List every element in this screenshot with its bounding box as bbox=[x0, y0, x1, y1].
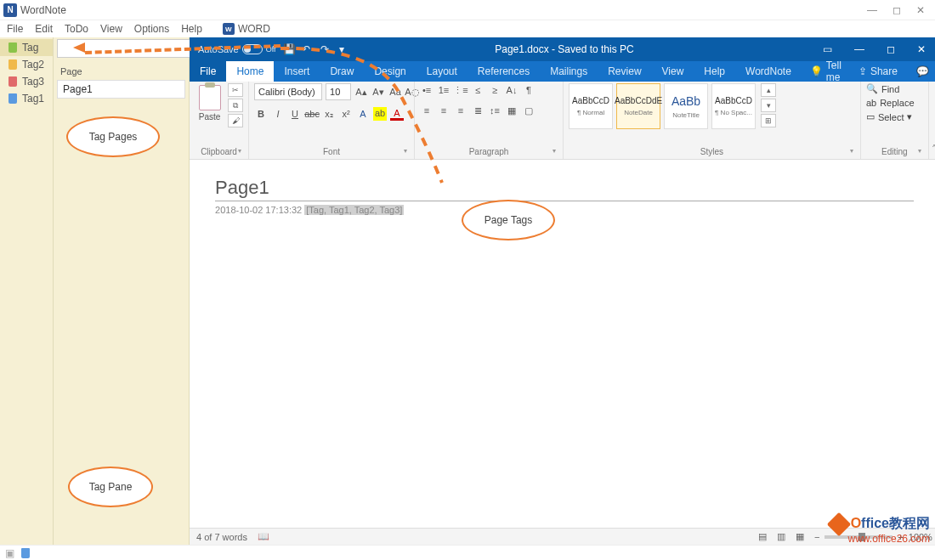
tag-item[interactable]: Tag1 bbox=[0, 90, 53, 107]
tag-icon bbox=[8, 42, 17, 53]
wordnote-logo-icon: N bbox=[3, 3, 17, 17]
doc-tags: [Tag, Tag1, Tag2, Tag3] bbox=[304, 205, 404, 215]
word-icon: W bbox=[223, 23, 235, 35]
watermark-url: www.office26.com bbox=[830, 533, 930, 545]
menu-edit[interactable]: Edit bbox=[35, 23, 53, 35]
callout-page-tags: Page Tags bbox=[462, 200, 555, 240]
dec-indent-icon[interactable]: ≤ bbox=[471, 83, 484, 97]
maximize-button[interactable]: ◻ bbox=[892, 4, 901, 16]
footer-collapse-icon[interactable]: ▣ bbox=[5, 547, 14, 559]
paste-label: Paste bbox=[195, 112, 224, 122]
tab-mailings[interactable]: Mailings bbox=[540, 61, 598, 82]
select-button[interactable]: ▭Select▾ bbox=[866, 111, 913, 122]
find-button[interactable]: 🔍Find bbox=[866, 83, 899, 94]
share-button[interactable]: ⇪ Share bbox=[850, 61, 906, 82]
borders-icon[interactable]: ▢ bbox=[522, 104, 536, 117]
comments-icon[interactable]: 💬 bbox=[906, 61, 935, 82]
word-indicator: W WORD bbox=[223, 23, 270, 35]
style-nospacing[interactable]: AaBbCcD ¶ No Spac... bbox=[711, 83, 756, 129]
styles-more-icon[interactable]: ⊞ bbox=[761, 114, 776, 127]
word-close-button[interactable]: ✕ bbox=[912, 42, 931, 57]
format-painter-icon[interactable]: 🖌 bbox=[228, 114, 243, 127]
line-spacing-icon[interactable]: ↕≡ bbox=[488, 104, 502, 117]
menu-file[interactable]: File bbox=[7, 23, 23, 35]
word-indicator-label: WORD bbox=[238, 23, 270, 35]
show-marks-icon[interactable]: ¶ bbox=[522, 83, 536, 97]
close-button[interactable]: ✕ bbox=[916, 4, 925, 16]
cut-icon[interactable]: ✂ bbox=[228, 83, 243, 97]
tab-wordnote[interactable]: WordNote bbox=[735, 61, 802, 82]
sort-icon[interactable]: A↓ bbox=[505, 83, 518, 97]
style-notedate[interactable]: AaBbCcDdE NoteDate bbox=[616, 83, 660, 129]
styles-down-icon[interactable]: ▾ bbox=[761, 99, 776, 112]
minimize-button[interactable]: — bbox=[867, 4, 877, 16]
footer-tag-icon[interactable] bbox=[21, 548, 30, 558]
tag-label: Tag3 bbox=[22, 76, 44, 88]
doc-meta: 2018-10-02 17:13:32 [Tag, Tag1, Tag2, Ta… bbox=[215, 205, 914, 215]
share-icon: ⇪ bbox=[858, 65, 867, 77]
zoom-out-icon[interactable]: − bbox=[814, 532, 819, 542]
tag-pane: Tag Tag2 Tag3 Tag1 bbox=[0, 37, 54, 545]
group-editing-label: Editing bbox=[866, 146, 923, 157]
menu-view[interactable]: View bbox=[100, 23, 122, 35]
tag-icon bbox=[8, 76, 17, 87]
read-mode-icon[interactable]: ▤ bbox=[758, 531, 767, 542]
ribbon-display-icon[interactable]: ▭ bbox=[818, 42, 837, 57]
tab-references[interactable]: References bbox=[468, 61, 540, 82]
watermark: Office教程网 www.office26.com bbox=[830, 515, 930, 545]
menu-help[interactable]: Help bbox=[181, 23, 202, 35]
tab-view[interactable]: View bbox=[652, 61, 694, 82]
watermark-logo-icon bbox=[826, 512, 850, 536]
tag-item[interactable]: Tag bbox=[0, 39, 53, 56]
web-layout-icon[interactable]: ▦ bbox=[796, 531, 804, 542]
paste-button[interactable]: Paste bbox=[195, 83, 224, 122]
spellcheck-icon[interactable]: 📖 bbox=[258, 531, 269, 542]
tag-icon bbox=[8, 93, 17, 104]
wordnote-titlebar: N WordNote — ◻ ✕ bbox=[0, 0, 935, 20]
word-count[interactable]: 4 of 7 words bbox=[196, 532, 247, 542]
tab-home[interactable]: Home bbox=[226, 61, 274, 82]
clipboard-icon bbox=[199, 85, 221, 110]
group-styles-label: Styles bbox=[569, 146, 855, 157]
collapse-ribbon-icon[interactable]: ˄ bbox=[929, 82, 935, 159]
word-statusbar: 4 of 7 words 📖 ▤ ▥ ▦ − + 100% bbox=[190, 528, 935, 545]
group-clipboard-label: Clipboard bbox=[195, 146, 243, 157]
inc-indent-icon[interactable]: ≥ bbox=[488, 83, 502, 97]
bold-button[interactable]: B bbox=[254, 107, 268, 121]
tab-help[interactable]: Help bbox=[694, 61, 735, 82]
styles-up-icon[interactable]: ▴ bbox=[761, 83, 776, 97]
doc-timestamp: 2018-10-02 17:13:32 bbox=[215, 205, 302, 215]
page-item[interactable]: Page1 bbox=[57, 80, 185, 99]
shading-icon[interactable]: ▦ bbox=[505, 104, 518, 117]
menu-options[interactable]: Options bbox=[134, 23, 169, 35]
copy-icon[interactable]: ⧉ bbox=[228, 99, 243, 112]
tell-me-label: Tell me bbox=[826, 59, 842, 83]
tag-item[interactable]: Tag2 bbox=[0, 56, 53, 73]
document-area[interactable]: Page1 2018-10-02 17:13:32 [Tag, Tag1, Ta… bbox=[190, 160, 935, 528]
print-layout-icon[interactable]: ▥ bbox=[777, 531, 785, 542]
word-minimize-button[interactable]: — bbox=[849, 42, 870, 57]
style-normal[interactable]: AaBbCcD ¶ Normal bbox=[569, 83, 613, 129]
tab-review[interactable]: Review bbox=[598, 61, 651, 82]
callout-tag-pages: Tag Pages bbox=[66, 116, 160, 157]
wordnote-title: WordNote bbox=[20, 4, 66, 16]
replace-button[interactable]: abReplace bbox=[866, 98, 915, 108]
share-label: Share bbox=[870, 65, 898, 77]
menu-todo[interactable]: ToDo bbox=[65, 23, 88, 35]
callout-arrow-curve bbox=[272, 38, 459, 191]
word-maximize-button[interactable]: ◻ bbox=[881, 42, 900, 57]
select-icon: ▭ bbox=[866, 111, 875, 122]
tag-item[interactable]: Tag3 bbox=[0, 73, 53, 90]
callout-tag-pane: Tag Pane bbox=[68, 467, 153, 507]
justify-icon[interactable]: ≣ bbox=[471, 104, 484, 117]
tag-label: Tag2 bbox=[22, 59, 44, 71]
tag-icon bbox=[8, 59, 17, 70]
doc-divider bbox=[215, 201, 914, 201]
wordnote-menubar: File Edit ToDo View Options Help W WORD bbox=[0, 20, 935, 37]
lightbulb-icon: 💡 bbox=[810, 65, 823, 77]
style-notetitle[interactable]: AaBb NoteTitle bbox=[664, 83, 708, 129]
tag-label: Tag1 bbox=[22, 93, 44, 105]
tab-file[interactable]: File bbox=[190, 61, 226, 82]
tell-me-search[interactable]: 💡 Tell me bbox=[802, 61, 850, 82]
document-title: Page1.docx - Saved to this PC bbox=[495, 43, 633, 55]
